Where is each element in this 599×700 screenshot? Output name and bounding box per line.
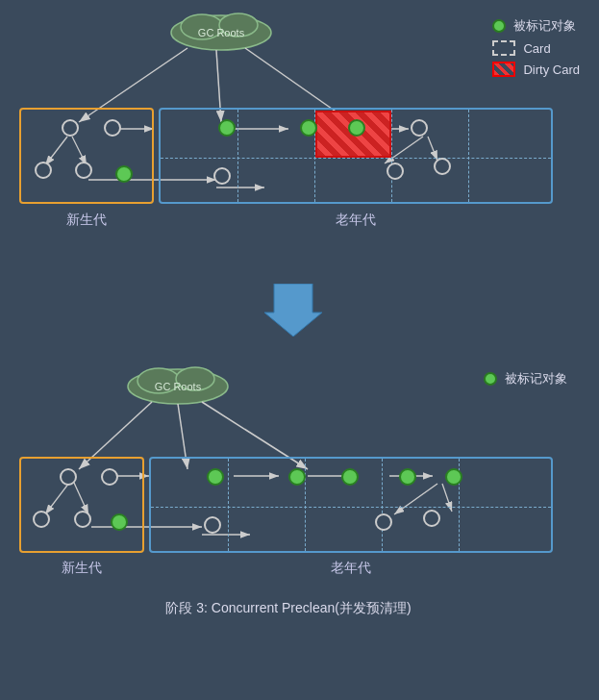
main-diagram: 被标记对象 Card Dirty Card GC Roots bbox=[0, 0, 599, 700]
obj-young-bot2 bbox=[75, 162, 92, 179]
obj-young-bot3-marked bbox=[115, 165, 133, 183]
obj-b-old-bot1 bbox=[423, 510, 440, 527]
bottom-legend-text: 被标记对象 bbox=[505, 370, 567, 388]
bottom-section: GC Roots 被标记对象 bbox=[10, 365, 567, 625]
svg-marker-19 bbox=[264, 284, 322, 337]
down-arrow bbox=[264, 284, 322, 337]
svg-point-2 bbox=[219, 13, 258, 37]
obj-young-top1 bbox=[62, 119, 79, 137]
obj-young-bot1 bbox=[35, 162, 52, 179]
obj-b-young-top2 bbox=[101, 468, 118, 486]
young-gen-top bbox=[19, 108, 154, 204]
obj-old-top1-marked bbox=[218, 119, 236, 137]
top-section: GC Roots bbox=[10, 12, 567, 281]
obj-b-old-5-marked bbox=[445, 468, 462, 486]
obj-old-bot3 bbox=[213, 167, 231, 185]
svg-point-21 bbox=[137, 368, 180, 393]
obj-young-top2 bbox=[104, 119, 121, 137]
bottom-legend-circle bbox=[484, 372, 497, 386]
obj-old-top4 bbox=[411, 119, 428, 137]
svg-point-20 bbox=[128, 369, 228, 404]
obj-b-young-top1 bbox=[60, 468, 77, 486]
bottom-legend-marked: 被标记对象 bbox=[484, 370, 567, 388]
svg-text:GC Roots: GC Roots bbox=[198, 27, 245, 38]
old-gen-bottom-label: 老年代 bbox=[149, 560, 553, 577]
obj-old-bot1 bbox=[434, 158, 451, 175]
obj-old-dirty-marked bbox=[348, 119, 365, 137]
obj-b-old-1-marked bbox=[207, 468, 224, 486]
obj-old-top2-marked bbox=[300, 119, 317, 137]
obj-b-old-4-marked bbox=[399, 468, 416, 486]
footer-title: 阶段 3: Concurrent Preclean(并发预清理) bbox=[10, 600, 567, 617]
obj-b-young-bot2 bbox=[74, 511, 91, 528]
young-gen-top-label: 新生代 bbox=[19, 212, 154, 229]
old-gen-bottom bbox=[149, 457, 553, 553]
young-gen-bottom-label: 新生代 bbox=[19, 560, 144, 577]
obj-old-bot2 bbox=[387, 162, 404, 180]
obj-b-young-bot1 bbox=[33, 511, 50, 528]
svg-text:GC Roots: GC Roots bbox=[155, 381, 202, 392]
obj-b-old-bot2 bbox=[375, 513, 392, 531]
svg-point-22 bbox=[176, 367, 214, 390]
obj-b-young-bot3-marked bbox=[111, 513, 128, 531]
old-gen-top-label: 老年代 bbox=[159, 212, 553, 229]
obj-b-old-2-marked bbox=[288, 468, 306, 486]
svg-point-0 bbox=[171, 15, 271, 50]
obj-b-old-3-marked bbox=[341, 468, 359, 486]
young-gen-bottom bbox=[19, 457, 144, 553]
old-gen-top bbox=[159, 108, 553, 204]
obj-b-old-bot3 bbox=[204, 516, 221, 534]
svg-point-1 bbox=[181, 14, 223, 39]
